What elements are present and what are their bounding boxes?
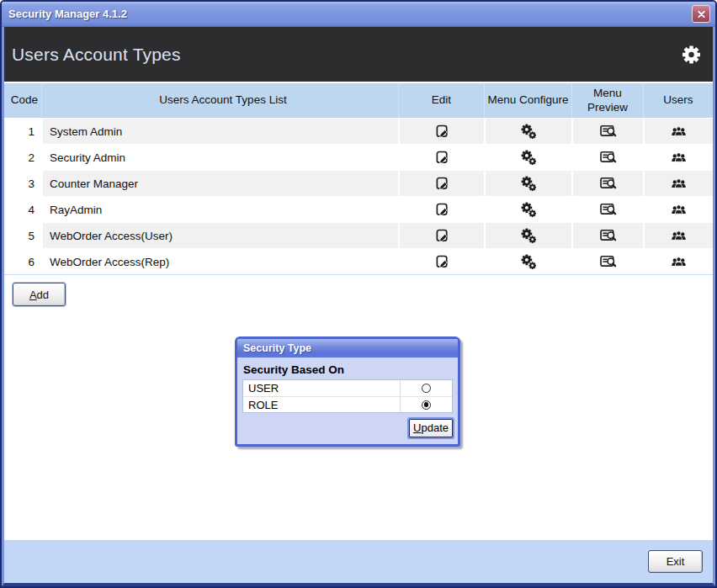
menu-configure-button[interactable]	[484, 248, 571, 274]
edit-button[interactable]	[398, 144, 484, 170]
row-name: System Admin	[41, 118, 398, 144]
account-types-body: 1 System Admin	[4, 118, 713, 274]
option-row-user: USER	[243, 380, 452, 396]
security-type-dialog: Security Type Security Based On USER ROL…	[235, 336, 460, 447]
gears-icon	[520, 175, 538, 193]
users-group-icon	[670, 227, 688, 245]
row-code: 5	[4, 222, 41, 248]
exit-button[interactable]: Exit	[648, 550, 703, 573]
edit-button[interactable]	[398, 222, 484, 248]
page-title: Users Account Types	[12, 45, 181, 65]
role-radio-cell[interactable]	[400, 397, 452, 412]
gears-icon	[520, 123, 538, 140]
users-button[interactable]	[643, 118, 713, 144]
users-group-icon	[670, 175, 688, 193]
edit-button[interactable]	[398, 118, 484, 144]
app-window: Security Manager 4.1.2 Users Account Typ…	[0, 0, 717, 588]
column-header-name: Users Account Types List	[41, 83, 398, 118]
add-button[interactable]: Add	[13, 283, 66, 306]
close-button[interactable]	[692, 5, 710, 23]
settings-button[interactable]	[680, 43, 703, 66]
table-row: 1 System Admin	[4, 118, 713, 144]
user-radio[interactable]	[422, 384, 431, 393]
menu-preview-icon	[599, 226, 618, 245]
users-button[interactable]	[643, 222, 713, 248]
edit-icon	[433, 149, 451, 167]
menu-preview-button[interactable]	[571, 118, 643, 144]
table-row: 3 Counter Manager	[4, 170, 713, 196]
x-icon	[696, 9, 707, 19]
user-option-label: USER	[243, 380, 400, 396]
edit-icon	[433, 123, 451, 140]
user-radio-cell[interactable]	[400, 380, 452, 396]
footer-bar: Exit	[4, 540, 713, 583]
menu-preview-button[interactable]	[571, 248, 643, 274]
menu-configure-button[interactable]	[484, 196, 571, 222]
edit-icon	[433, 201, 451, 219]
update-button[interactable]: Update	[409, 419, 453, 437]
column-header-menu-preview: Menu Preview	[571, 83, 643, 118]
security-options-table: USER ROLE	[242, 379, 453, 413]
menu-preview-icon	[599, 174, 618, 193]
menu-configure-button[interactable]	[484, 222, 571, 248]
users-button[interactable]	[643, 170, 713, 196]
users-group-icon	[670, 149, 688, 167]
gears-icon	[520, 253, 538, 271]
edit-icon	[433, 175, 451, 193]
row-code: 2	[4, 144, 41, 170]
users-group-icon	[670, 201, 688, 219]
row-code: 6	[4, 248, 41, 274]
option-row-role: ROLE	[243, 396, 452, 412]
dialog-title-bar: Security Type	[237, 339, 458, 358]
add-button-label: A	[29, 289, 37, 301]
menu-preview-button[interactable]	[571, 196, 643, 222]
users-button[interactable]	[643, 144, 713, 170]
gear-icon	[680, 43, 703, 66]
users-group-icon	[670, 253, 688, 271]
menu-configure-button[interactable]	[484, 170, 571, 196]
menu-configure-button[interactable]	[484, 144, 571, 170]
users-button[interactable]	[643, 196, 713, 222]
window-frame: Users Account Types	[2, 27, 715, 586]
column-header-code: Code	[4, 83, 41, 118]
menu-preview-button[interactable]	[571, 144, 643, 170]
gears-icon	[520, 227, 538, 245]
edit-button[interactable]	[398, 170, 484, 196]
menu-preview-icon	[599, 122, 618, 140]
row-code: 1	[4, 118, 41, 144]
row-name: RayAdmin	[41, 196, 398, 222]
account-types-table: Code Users Account Types List Edit Menu …	[4, 82, 713, 275]
table-row: 5 WebOrder Access(User)	[4, 222, 713, 248]
table-row: 4 RayAdmin	[4, 196, 713, 222]
page-header: Users Account Types	[4, 27, 713, 82]
edit-button[interactable]	[398, 196, 484, 222]
menu-preview-button[interactable]	[571, 222, 643, 248]
dialog-title: Security Type	[237, 342, 311, 354]
dialog-footer: Update	[242, 419, 453, 437]
column-header-edit: Edit	[398, 83, 484, 118]
column-header-menu-configure: Menu Configure	[484, 83, 571, 118]
table-row: 6 WebOrder Access(Rep)	[4, 248, 713, 274]
table-header-row: Code Users Account Types List Edit Menu …	[4, 83, 713, 118]
row-name: WebOrder Access(User)	[41, 222, 398, 248]
edit-button[interactable]	[398, 248, 484, 274]
gears-icon	[520, 201, 538, 219]
users-button[interactable]	[643, 248, 713, 274]
menu-configure-button[interactable]	[484, 118, 571, 144]
row-name: Counter Manager	[41, 170, 398, 196]
edit-icon	[433, 227, 451, 245]
table-row: 2 Security Admin	[4, 144, 713, 170]
row-name: Security Admin	[41, 144, 398, 170]
menu-preview-icon	[599, 148, 618, 167]
menu-preview-icon	[599, 200, 618, 219]
row-code: 4	[4, 196, 41, 222]
menu-preview-button[interactable]	[571, 170, 643, 196]
role-option-label: ROLE	[243, 397, 400, 412]
dialog-body: Security Based On USER ROLE	[237, 358, 458, 444]
role-radio[interactable]	[422, 400, 431, 410]
row-code: 3	[4, 170, 41, 196]
security-based-on-label: Security Based On	[243, 363, 453, 376]
title-bar: Security Manager 4.1.2	[2, 2, 715, 27]
column-header-users: Users	[643, 83, 713, 118]
row-name: WebOrder Access(Rep)	[41, 248, 398, 274]
